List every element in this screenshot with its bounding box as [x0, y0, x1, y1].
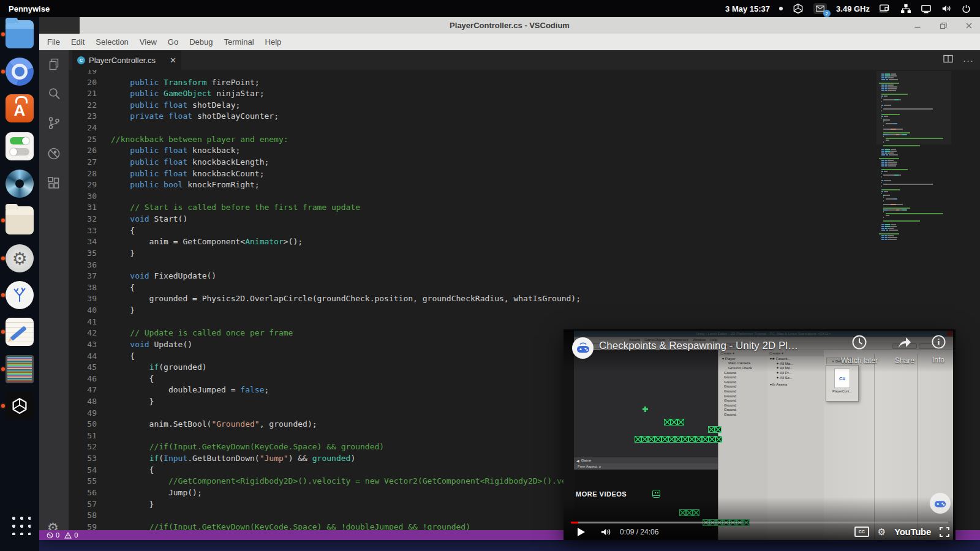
menu-selection[interactable]: Selection [90, 37, 134, 47]
fullscreen-button[interactable] [940, 527, 949, 537]
code-line-33[interactable]: 33 { [69, 225, 980, 236]
search-icon[interactable] [47, 86, 61, 101]
code-line-19[interactable]: 19 [69, 70, 980, 77]
line-number: 44 [69, 350, 97, 362]
menu-help[interactable]: Help [260, 37, 287, 47]
dock-item-photos[interactable] [0, 169, 39, 198]
watch-later-button[interactable]: Watch later [835, 334, 884, 365]
volume-button[interactable] [600, 527, 611, 537]
code-line-22[interactable]: 22 public float shotDelay; [69, 99, 980, 111]
running-indicator [1, 367, 5, 371]
code-text: //if(Input.GetKeyDown(KeyCode.Space) && … [111, 521, 470, 530]
code-line-38[interactable]: 38 { [69, 282, 980, 293]
ground-tile-sprite [635, 436, 641, 443]
minimize-button[interactable] [913, 21, 922, 31]
menu-terminal[interactable]: Terminal [218, 37, 259, 47]
network-tray-icon[interactable] [900, 4, 911, 13]
code-line-20[interactable]: 20 public Transform firePoint; [69, 77, 980, 88]
code-line-41[interactable]: 41 [69, 316, 980, 328]
code-line-24[interactable]: 24 [69, 122, 980, 133]
ground-tile-sprite [668, 436, 675, 443]
power-tray-icon[interactable] [961, 4, 971, 14]
dock-item-settings[interactable]: ⚙ [0, 244, 39, 273]
ground-tile-sprite [708, 426, 715, 433]
minimap-slider[interactable] [876, 71, 951, 144]
display-tray-icon[interactable] [879, 4, 891, 13]
line-number: 57 [69, 498, 97, 510]
line-number: 25 [69, 133, 97, 145]
code-line-36[interactable]: 36 [69, 259, 980, 271]
restore-button[interactable] [938, 21, 948, 31]
code-line-23[interactable]: 23 private float shotDelayCounter; [69, 110, 980, 122]
explorer-icon[interactable] [47, 57, 61, 72]
file-manager-icon [6, 206, 34, 234]
youtube-pip-player[interactable]: Unity - Level Editor - 2D Platformer Tut… [564, 329, 956, 540]
channel-avatar[interactable] [572, 337, 594, 359]
code-line-40[interactable]: 40 } [69, 304, 980, 316]
dock-item-notes[interactable] [0, 317, 39, 347]
mail-tray-icon[interactable]: 2 [813, 3, 827, 14]
code-line-37[interactable]: 37 void FixedUpdate() [69, 270, 980, 282]
code-line-29[interactable]: 29 public bool knockFromRight; [69, 179, 980, 190]
code-line-32[interactable]: 32 void Start() [69, 213, 980, 225]
code-line-27[interactable]: 27 public float knockbackLength; [69, 156, 980, 168]
tv-tray-icon[interactable] [921, 4, 932, 13]
minimap[interactable] [876, 71, 951, 244]
app-store-icon [6, 94, 34, 122]
menu-debug[interactable]: Debug [184, 37, 218, 47]
menu-go[interactable]: Go [162, 37, 184, 47]
clock[interactable]: 3 May 15:37 [725, 4, 770, 13]
code-line-39[interactable]: 39 grounded = Physics2D.OverlapCircle(gr… [69, 293, 980, 304]
split-editor-icon[interactable] [943, 54, 953, 66]
problems-indicator[interactable]: 0 0 [47, 531, 78, 539]
menu-edit[interactable]: Edit [66, 37, 90, 47]
dock-item-unity[interactable] [0, 391, 39, 421]
play-button[interactable] [577, 527, 586, 537]
more-videos-label[interactable]: MORE VIDEOS [576, 490, 627, 498]
chromium-icon [6, 58, 34, 86]
hierarchy-item: Ground [718, 389, 767, 394]
close-button[interactable] [964, 21, 974, 31]
show-applications-button[interactable] [9, 513, 31, 535]
extensions-icon[interactable] [47, 176, 61, 190]
ground-tile-sprite [671, 419, 677, 425]
code-line-35[interactable]: 35 } [69, 247, 980, 259]
settings-button[interactable]: ⚙ [878, 527, 886, 538]
code-line-21[interactable]: 21 public GameObject ninjaStar; [69, 88, 980, 99]
line-number: 37 [69, 270, 97, 282]
unity-tray-icon[interactable] [792, 2, 804, 15]
active-app-name[interactable]: Pennywise [9, 4, 50, 13]
channel-watermark[interactable] [930, 493, 951, 514]
cpu-frequency-indicator[interactable]: 3.49 GHz [836, 4, 870, 13]
code-line-26[interactable]: 26 public float knockback; [69, 144, 980, 156]
line-number: 56 [69, 487, 97, 498]
dock-item-tweaks[interactable] [0, 132, 39, 161]
dock-item-app-store[interactable] [0, 94, 39, 123]
info-button[interactable]: Info [914, 334, 956, 364]
code-line-34[interactable]: 34 anim = GetComponent<Animator>(); [69, 236, 980, 247]
line-number: 58 [69, 509, 97, 521]
code-text: public float knockbackCount; [111, 168, 264, 179]
dock-item-file-manager[interactable] [0, 206, 39, 235]
dock-item-files[interactable] [0, 20, 39, 49]
dock-item-chromium[interactable] [0, 57, 39, 86]
hierarchy-item: Ground [718, 398, 767, 403]
tab-playercontroller[interactable]: C PlayerController.cs ✕ [72, 50, 181, 70]
video-title[interactable]: Checkpoints & Respawning - Unity 2D Plat… [599, 340, 801, 352]
run-debug-icon[interactable] [47, 146, 61, 161]
tab-close-icon[interactable]: ✕ [170, 56, 176, 65]
youtube-logo[interactable]: YouTube [894, 527, 931, 537]
code-line-30[interactable]: 30 [69, 190, 980, 202]
captions-button[interactable]: CC [854, 527, 869, 537]
source-control-icon[interactable] [47, 116, 61, 130]
menu-view[interactable]: View [134, 37, 162, 47]
volume-tray-icon[interactable] [941, 4, 952, 13]
code-line-25[interactable]: 25//knockback between player and enemy: [69, 133, 980, 145]
dock-item-coral-app[interactable] [0, 280, 39, 310]
code-line-28[interactable]: 28 public float knockbackCount; [69, 168, 980, 179]
window-title-bar[interactable]: PlayerController.cs - VSCodium [39, 17, 980, 34]
menu-file[interactable]: File [42, 37, 66, 47]
code-line-31[interactable]: 31 // Start is called before the first f… [69, 201, 980, 213]
dock-item-image-viewer[interactable] [0, 354, 39, 384]
more-actions-icon[interactable]: ··· [963, 55, 974, 66]
